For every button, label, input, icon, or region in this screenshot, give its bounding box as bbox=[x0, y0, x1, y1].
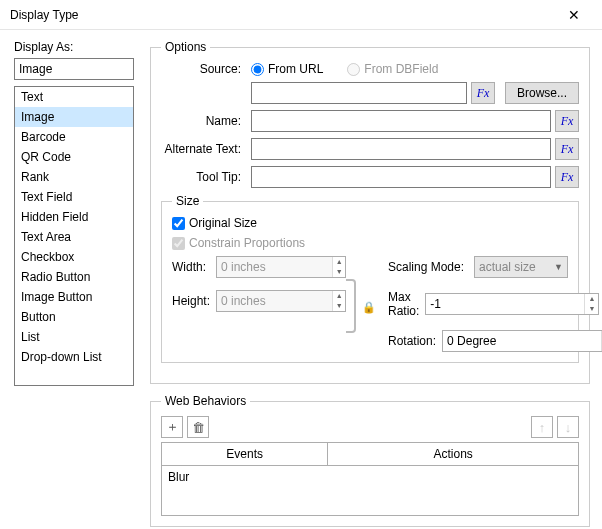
actions-column-header: Actions bbox=[328, 443, 578, 465]
window-title: Display Type bbox=[10, 8, 78, 22]
size-fieldset: Size Original Size Constrain Proportions bbox=[161, 194, 579, 363]
size-legend: Size bbox=[172, 194, 203, 208]
spin-up-icon[interactable]: ▲ bbox=[584, 294, 598, 304]
name-fx-button[interactable]: Fx bbox=[555, 110, 579, 132]
list-item[interactable]: Checkbox bbox=[15, 247, 133, 267]
alt-text-label: Alternate Text: bbox=[161, 142, 241, 156]
constrain-proportions-checkbox: Constrain Proportions bbox=[172, 236, 568, 250]
list-item[interactable]: Drop-down List bbox=[15, 347, 133, 367]
name-input[interactable] bbox=[251, 110, 551, 132]
list-item[interactable]: Text bbox=[15, 87, 133, 107]
tooltip-fx-button[interactable]: Fx bbox=[555, 166, 579, 188]
delete-button[interactable]: 🗑 bbox=[187, 416, 209, 438]
rotation-label: Rotation: bbox=[388, 334, 436, 348]
source-from-url-radio[interactable]: From URL bbox=[251, 62, 323, 76]
height-label: Height: bbox=[172, 294, 212, 308]
source-from-dbfield-radio: From DBField bbox=[347, 62, 438, 76]
scaling-mode-label: Scaling Mode: bbox=[388, 260, 468, 274]
source-fx-button[interactable]: Fx bbox=[471, 82, 495, 104]
list-item[interactable]: Image Button bbox=[15, 287, 133, 307]
list-item[interactable]: Radio Button bbox=[15, 267, 133, 287]
list-item[interactable]: Image bbox=[15, 107, 133, 127]
height-input: ▲▼ bbox=[216, 290, 346, 312]
display-as-input[interactable] bbox=[14, 58, 134, 80]
list-item[interactable]: QR Code bbox=[15, 147, 133, 167]
spin-down-icon: ▼ bbox=[332, 267, 345, 277]
options-legend: Options bbox=[161, 40, 210, 54]
move-down-button: ↓ bbox=[557, 416, 579, 438]
scaling-mode-combo: actual size ▼ bbox=[474, 256, 568, 278]
options-fieldset: Options Source: From URL From DBField bbox=[150, 40, 590, 384]
list-item[interactable]: Button bbox=[15, 307, 133, 327]
spin-down-icon[interactable]: ▼ bbox=[584, 304, 598, 314]
move-up-button: ↑ bbox=[531, 416, 553, 438]
alt-text-fx-button[interactable]: Fx bbox=[555, 138, 579, 160]
width-input: ▲▼ bbox=[216, 256, 346, 278]
list-item[interactable]: Text Field bbox=[15, 187, 133, 207]
tooltip-label: Tool Tip: bbox=[161, 170, 241, 184]
alt-text-input[interactable] bbox=[251, 138, 551, 160]
display-as-list[interactable]: TextImageBarcodeQR CodeRankText FieldHid… bbox=[14, 86, 134, 386]
name-label: Name: bbox=[161, 114, 241, 128]
web-behaviors-fieldset: Web Behaviors ＋ 🗑 ↑ ↓ Events Actions bbox=[150, 394, 590, 527]
spin-up-icon: ▲ bbox=[332, 291, 345, 301]
display-as-label: Display As: bbox=[14, 40, 134, 54]
close-icon[interactable]: ✕ bbox=[554, 7, 594, 23]
events-column-header: Events bbox=[162, 443, 328, 465]
title-bar: Display Type ✕ bbox=[0, 0, 602, 30]
max-ratio-label: Max Ratio: bbox=[388, 290, 419, 318]
web-behaviors-table[interactable]: Events Actions Blur bbox=[161, 442, 579, 516]
source-label: Source: bbox=[161, 62, 241, 76]
browse-button[interactable]: Browse... bbox=[505, 82, 579, 104]
tooltip-input[interactable] bbox=[251, 166, 551, 188]
source-url-input[interactable] bbox=[251, 82, 467, 104]
web-behaviors-legend: Web Behaviors bbox=[161, 394, 250, 408]
list-item[interactable]: Hidden Field bbox=[15, 207, 133, 227]
spin-down-icon: ▼ bbox=[332, 301, 345, 311]
table-row[interactable]: Blur bbox=[162, 466, 578, 488]
list-item[interactable]: List bbox=[15, 327, 133, 347]
list-item[interactable]: Text Area bbox=[15, 227, 133, 247]
lock-icon: 🔒 bbox=[362, 301, 376, 314]
link-bracket bbox=[346, 279, 356, 333]
rotation-input[interactable]: ▲▼ bbox=[442, 330, 602, 352]
add-button[interactable]: ＋ bbox=[161, 416, 183, 438]
list-item[interactable]: Barcode bbox=[15, 127, 133, 147]
list-item[interactable]: Rank bbox=[15, 167, 133, 187]
chevron-down-icon: ▼ bbox=[554, 262, 563, 272]
original-size-checkbox[interactable]: Original Size bbox=[172, 216, 568, 230]
spin-up-icon: ▲ bbox=[332, 257, 345, 267]
width-label: Width: bbox=[172, 260, 212, 274]
max-ratio-input[interactable]: ▲▼ bbox=[425, 293, 599, 315]
